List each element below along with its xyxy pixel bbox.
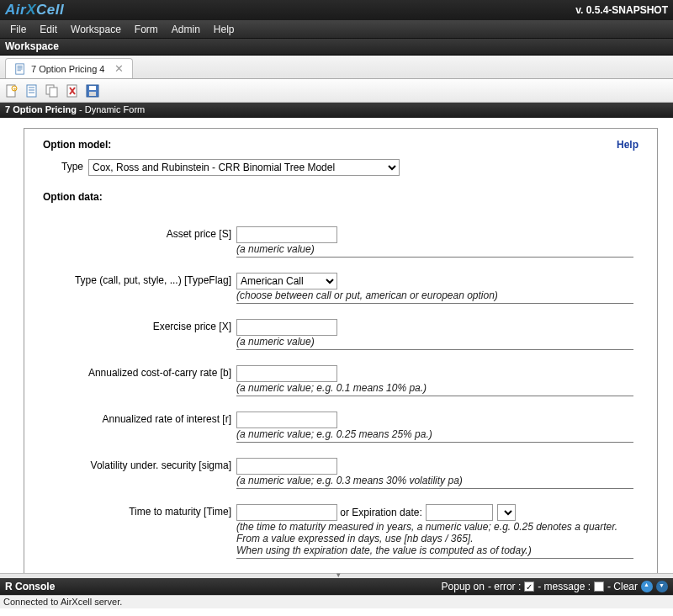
svg-rect-18 xyxy=(89,86,96,90)
exercise-price-label: Exercise price [X] xyxy=(43,319,236,350)
interest-rate-label: Annualized rate of interest [r] xyxy=(43,412,236,443)
menu-form[interactable]: Form xyxy=(128,21,165,38)
section-option-data: Option data: xyxy=(43,191,639,203)
or-expiration-label: or Expiration date: xyxy=(337,507,422,518)
collapse-handle[interactable] xyxy=(0,573,673,578)
tab-close-icon[interactable]: ✕ xyxy=(114,62,124,75)
typeflag-label: Type (call, put, style, ...) [TypeFlag] xyxy=(43,273,236,304)
message-label: - message : xyxy=(538,581,591,592)
expiration-date-input[interactable] xyxy=(426,504,493,521)
time-to-maturity-input[interactable] xyxy=(236,504,337,521)
interest-rate-input[interactable] xyxy=(236,412,337,428)
console-bar: R Console Popup on - error : ✓ - message… xyxy=(0,578,673,595)
app-logo: AirXCell xyxy=(5,2,64,19)
menu-edit[interactable]: Edit xyxy=(33,21,64,38)
form-header: 7 Option Pricing - Dynamic Form xyxy=(0,103,673,118)
svg-text:✳: ✳ xyxy=(13,87,17,92)
volatility-hint: (a numeric value; e.g. 0.3 means 30% vol… xyxy=(236,475,633,489)
save-icon[interactable] xyxy=(86,84,99,98)
time-hint-3: When using th expiration date, the value… xyxy=(236,544,633,559)
error-checkbox[interactable]: ✓ xyxy=(524,581,534,592)
tab-label: 7 Option Pricing 4 xyxy=(31,64,104,74)
menu-workspace[interactable]: Workspace xyxy=(64,21,128,38)
status-bar: Connected to AirXcell server. xyxy=(0,595,673,608)
tab-strip: 7 Option Pricing 4 ✕ xyxy=(0,56,673,79)
carry-rate-label: Annualized cost-of-carry rate [b] xyxy=(43,365,236,396)
error-label: - error : xyxy=(488,581,521,592)
form-scroll-area[interactable]: Option model: Help Type Cox, Ross and Ru… xyxy=(0,118,673,578)
menu-bar: File Edit Workspace Form Admin Help xyxy=(0,20,673,39)
workspace-title: Workspace xyxy=(0,39,673,56)
console-label: R Console xyxy=(5,581,55,592)
typeflag-hint: (choose between call or put, american or… xyxy=(236,289,633,304)
asset-price-input[interactable] xyxy=(236,226,337,243)
interest-rate-hint: (a numeric value; e.g. 0.25 means 25% pa… xyxy=(236,428,633,443)
scroll-down-icon[interactable] xyxy=(656,581,668,592)
type-select[interactable]: Cox, Ross and Rubinstein - CRR Binomial … xyxy=(88,159,400,176)
carry-rate-hint: (a numeric value; e.g. 0.1 means 10% pa.… xyxy=(236,382,633,396)
typeflag-select[interactable]: American Call xyxy=(236,273,337,289)
app-header: AirXCell v. 0.5.4-SNAPSHOT xyxy=(0,0,673,20)
volatility-label: Volatility under. security [sigma] xyxy=(43,458,236,489)
new-doc-icon[interactable]: ✳ xyxy=(5,84,19,98)
scroll-up-icon[interactable] xyxy=(641,581,653,592)
clear-label[interactable]: - Clear xyxy=(607,581,638,592)
app-version: v. 0.5.4-SNAPSHOT xyxy=(575,4,668,16)
svg-rect-8 xyxy=(27,85,36,97)
doc-icon[interactable] xyxy=(25,84,39,98)
exercise-price-hint: (a numeric value) xyxy=(236,336,633,350)
time-hint-1: (the time to maturity measured in years,… xyxy=(236,521,639,533)
toolbar: ✳ xyxy=(0,79,673,103)
time-to-maturity-label: Time to maturity [Time] xyxy=(43,504,236,559)
carry-rate-input[interactable] xyxy=(236,365,337,382)
menu-admin[interactable]: Admin xyxy=(165,21,207,38)
expiration-date-picker[interactable] xyxy=(497,504,516,521)
time-hint-2: From a value expressed in days, use [nb … xyxy=(236,533,639,544)
tab-option-pricing[interactable]: 7 Option Pricing 4 ✕ xyxy=(5,58,133,78)
menu-help[interactable]: Help xyxy=(207,21,241,38)
delete-icon[interactable] xyxy=(66,84,79,98)
section-option-model: Option model: xyxy=(43,139,111,151)
help-link[interactable]: Help xyxy=(617,139,639,151)
message-checkbox[interactable] xyxy=(594,581,604,592)
menu-file[interactable]: File xyxy=(3,21,33,38)
popup-label: Popup on xyxy=(442,581,485,592)
asset-price-hint: (a numeric value) xyxy=(236,243,633,258)
svg-rect-13 xyxy=(50,88,57,97)
svg-rect-19 xyxy=(89,92,96,96)
type-label: Type xyxy=(43,159,88,176)
volatility-input[interactable] xyxy=(236,458,337,475)
exercise-price-input[interactable] xyxy=(236,319,337,336)
document-icon xyxy=(14,63,26,75)
asset-price-label: Asset price [S] xyxy=(43,226,236,258)
copy-icon[interactable] xyxy=(45,84,59,98)
